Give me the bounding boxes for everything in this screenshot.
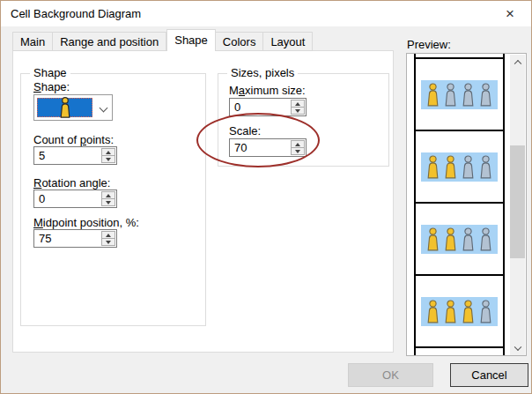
midpoint-position-label: Midpoint position, %: [33,216,139,229]
person-icon [425,83,441,107]
person-icon [56,97,74,118]
rotation-angle-label: Rotation angle: [33,176,110,190]
spin-down-button[interactable] [101,238,115,246]
tabstrip: Main Range and position Shape Colors Lay… [12,32,313,51]
spinner-buttons [291,100,305,115]
shape-group-legend: Shape [30,66,70,79]
shape-dropdown[interactable] [33,94,113,121]
spinner-buttons [101,148,115,163]
count-of-points-label: Count of points: [33,133,114,146]
shape-swatch [37,98,92,117]
preview-scrollbar[interactable] [510,55,525,355]
spinner-buttons [101,231,115,246]
scroll-down-button[interactable] [510,340,525,355]
preview-cell [416,130,503,202]
window-title: Cell Background Diagram [11,7,141,20]
ok-button[interactable]: OK [348,363,433,387]
maximum-size-label: Maximum size: [229,84,306,97]
spinner-buttons [101,191,115,206]
scale-spinner[interactable]: 70 [229,138,307,157]
person-icon [477,155,494,179]
sizes-group-legend: Sizes, pixels [227,66,298,79]
scale-label: Scale: [229,124,261,138]
person-icon [477,83,494,107]
tab-range-and-position[interactable]: Range and position [53,32,166,51]
preview-label: Preview: [407,38,451,51]
midpoint-position-value[interactable]: 75 [39,232,51,245]
close-icon[interactable]: × [497,4,523,24]
preview-panel [406,53,527,356]
tab-main[interactable]: Main [12,32,53,51]
chevron-down-icon [100,104,108,113]
person-icon [460,155,477,179]
preview-cell [416,274,503,346]
count-of-points-spinner[interactable]: 5 [33,146,117,165]
shape-tab-page: Shape Shape: Count of points: 5 [12,50,394,353]
spin-down-button[interactable] [291,107,305,115]
spin-down-button[interactable] [101,155,115,163]
preview-cell [416,202,503,274]
spinner-buttons [291,140,305,155]
preview-cell-partial [416,346,503,355]
spin-down-button[interactable] [101,198,115,206]
person-icon [477,300,494,323]
person-icon [460,227,477,251]
count-of-points-value[interactable]: 5 [39,149,45,162]
scroll-up-button[interactable] [510,55,525,70]
cell-background-diagram-dialog: Cell Background Diagram × Main Range and… [0,0,532,394]
shape-groupbox: Shape Shape: Count of points: 5 [20,73,206,326]
icon-band [421,80,498,109]
sizes-groupbox: Sizes, pixels Maximum size: 0 Scale: 70 [218,73,389,167]
preview-cell [416,57,503,130]
preview-strip [414,54,505,355]
person-icon [460,300,477,323]
person-icon [442,155,459,179]
person-icon [425,300,441,323]
midpoint-position-spinner[interactable]: 75 [33,229,117,248]
tab-shape[interactable]: Shape [166,29,216,51]
titlebar: Cell Background Diagram × [1,1,531,26]
person-icon [460,83,477,107]
spin-down-button[interactable] [291,147,305,155]
shape-label: Shape: [33,80,70,93]
icon-band [421,297,498,326]
person-icon [425,227,441,251]
tab-layout[interactable]: Layout [263,32,313,51]
icon-band [421,225,498,254]
person-icon [442,300,459,323]
tab-colors[interactable]: Colors [216,32,264,51]
scale-value[interactable]: 70 [234,141,247,154]
scrollbar-thumb[interactable] [510,145,525,258]
maximum-size-spinner[interactable]: 0 [229,98,307,116]
rotation-angle-value[interactable]: 0 [39,192,45,205]
cancel-button[interactable]: Cancel [450,363,528,387]
person-icon [442,83,459,107]
person-icon [425,155,441,179]
maximum-size-value[interactable]: 0 [234,100,240,114]
rotation-angle-spinner[interactable]: 0 [33,190,117,208]
person-icon [477,227,494,251]
icon-band [421,152,498,182]
person-icon [442,227,459,251]
